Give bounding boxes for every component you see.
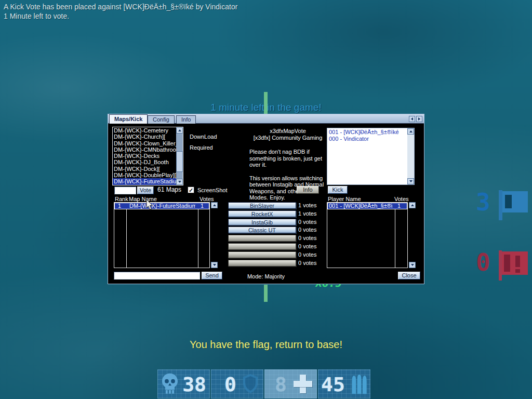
player-vote-table[interactable]: 001 - [WCK]ÐëÄ±h_§±®ïké 1 [327,202,408,268]
shield-icon [242,373,259,397]
mode-button-binslayer[interactable]: BinSlayer [228,202,296,209]
ammo-count: 45 [321,372,345,397]
map-listbox[interactable]: DM-{WCK}-Cemetery DM-{WCK}-Church][ DM-{… [112,127,183,185]
column-divider [395,203,395,268]
player-name-cell: 001 - [WCK]ÐëÄ±h_§±®ïké [329,203,392,209]
tab-config[interactable]: Config [148,115,175,124]
mode-button-rocketx[interactable]: RocketX [228,210,296,217]
kick-button[interactable]: Kick [328,186,348,194]
kick-list-item[interactable]: 001 - [WCK]ÐëÄ±h_§±®ïké [327,129,407,136]
map-list-item[interactable]: DM-{WCK}-DoublePlay][ [113,172,176,178]
kick-player-listbox[interactable]: 001 - [WCK]ÐëÄ±h_§±®ïké 000 - Vindicator [327,128,415,185]
tab-maps-kick[interactable]: Maps/Kick [109,114,148,124]
scroll-down-button[interactable] [211,262,218,268]
mode-vote-count: 0 votes [298,243,329,250]
scroll-down-button[interactable] [407,178,414,184]
flag-status-message: You have the flag, return to base! [0,339,532,351]
map-name-cell: DM-{WCK}-FutureStadium [129,203,195,209]
map-list-item[interactable]: DM-{WCK}-Cemetery [113,127,176,134]
screenshot-label: ScreenShot [197,187,227,193]
mode-button-instagib[interactable]: InstaGib [228,219,296,225]
arrow-down-icon [409,180,413,182]
mode-button-empty[interactable] [228,235,296,242]
tab-info[interactable]: Info [176,115,196,124]
health-count: 8 [275,372,287,397]
mode-button-empty[interactable] [228,243,296,250]
mapvote-dialog: Maps/Kick Config Info DM-{WCK}-Cemetery … [108,114,424,284]
player-table-scrollbar[interactable] [409,202,416,268]
map-list-item[interactable]: DM-{WCK}-Decks [113,153,176,159]
map-list-item-selected[interactable]: DM-{WCK}-FutureStadium [113,178,176,184]
arrow-down-icon [178,181,181,183]
rank-table[interactable]: 1 DM-{WCK}-FutureStadium 1 [114,202,210,268]
armor-count: 0 [224,372,236,397]
health-cross-icon [294,375,312,393]
mode-vote-count: 1 votes [298,210,329,217]
player-table-row-selected[interactable]: 001 - [WCK]ÐëÄ±h_§±®ïké 1 [327,203,407,209]
hud-ammo-panel: 45 [318,369,370,398]
hud-frags-panel: 38 [157,369,210,398]
mouse-cursor [146,200,153,212]
arrow-left-icon [411,117,413,121]
mode-button-empty[interactable] [228,260,296,267]
game-screen: A Kick Vote has been placed against [WCK… [0,0,532,399]
system-messages: A Kick Vote has been placed against [WCK… [4,2,237,21]
rank-column-header: Rank [115,196,128,202]
tab-scroll-left-button[interactable] [409,116,415,122]
download-label: DownLoad [190,134,217,140]
vote-time-message: 1 Minute left to vote. [4,11,237,21]
mode-button-empty[interactable] [228,251,296,258]
scroll-down-button[interactable] [409,262,416,268]
mode-vote-count: 0 votes [298,219,329,225]
arrow-up-icon [411,204,414,206]
map-list-item[interactable]: DM-{WCK}-Clown_Killer_ [113,140,176,147]
map-filter-input[interactable] [114,187,136,194]
rank-table-scrollbar[interactable] [211,202,218,268]
scroll-down-button[interactable] [176,179,183,185]
mode-vote-count: 0 votes [298,227,329,233]
skull-icon [161,373,179,397]
map-list-scrollbar[interactable] [176,127,183,185]
arrow-down-icon [213,264,216,266]
frags-count: 38 [182,372,206,397]
votes-cell: 1 [397,203,401,209]
screenshot-checkbox[interactable]: ✓ [188,187,194,193]
column-divider [198,203,198,268]
map-list-item[interactable]: DM-{WCK}-DJ_Booth [113,159,176,165]
red-flag-alert-icon [499,250,530,283]
arrow-up-icon [178,129,181,131]
required-label: Required [190,144,213,151]
about-subtitle: [x3dfx] Community Gaming [249,135,326,141]
crosshair-bottom-bar [264,285,268,302]
hud-status-bar: 38 0 8 45 [157,369,373,398]
kick-list-scrollbar[interactable] [407,128,414,184]
about-title: x3dfxMapVote [249,128,326,135]
scroll-thumb[interactable] [176,151,183,172]
scroll-up-button[interactable] [211,202,218,208]
column-divider [126,203,127,268]
scroll-up-button[interactable] [176,127,183,134]
map-list-item[interactable]: DM-{WCK}-Dock][ [113,166,176,172]
scroll-up-button[interactable] [409,202,416,208]
vote-button[interactable]: Vote [137,187,154,194]
player-name-column-header: Player Name [328,196,361,202]
scroll-up-button[interactable] [407,128,414,135]
map-list-item[interactable]: DM-{WCK}-CMNbathroom [113,147,176,153]
info-button[interactable]: Info [297,186,319,194]
mode-button-classic-ut[interactable]: Classic UT [228,227,296,233]
votes-column-header: Votes [394,196,409,202]
rank-cell: 1 [118,203,121,209]
blue-flag-icon [499,190,530,222]
map-list-item[interactable]: DM-{WCK}-Church][ [113,134,176,140]
tab-scroll-right-button[interactable] [416,116,422,122]
close-button[interactable]: Close [398,272,420,280]
bullets-icon [350,373,368,398]
arrow-up-icon [409,130,413,132]
rank-table-row-selected[interactable]: 1 DM-{WCK}-FutureStadium 1 [114,203,209,209]
kick-list-item[interactable]: 000 - Vindicator [327,136,407,142]
arrow-right-icon [418,117,420,121]
mode-vote-count: 0 votes [298,251,329,258]
map-count-label: 61 Maps [157,186,181,193]
about-para1: Please don't nag BDB if something is bro… [249,149,326,168]
red-team-score: 0 [476,248,490,276]
